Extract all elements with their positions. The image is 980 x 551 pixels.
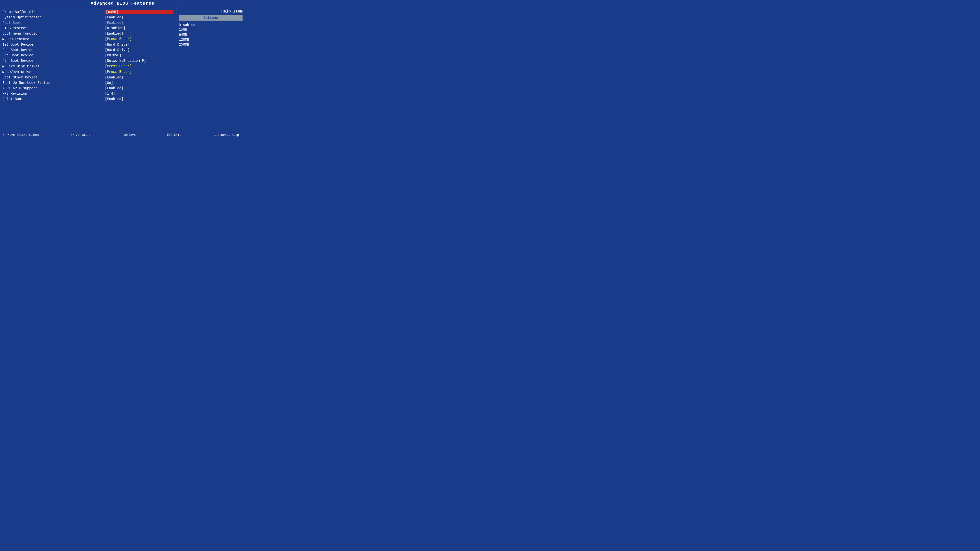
bios-row[interactable]: Boot menu function[Enabled] [2,31,173,36]
left-panel: Frame Buffer Size[64MB]System Optimizati… [0,7,177,132]
bottom-bar-item: ↑↓ Move Enter: Select [2,133,40,137]
bios-row[interactable]: Fast Boot[Enabled] [2,20,173,25]
bios-row[interactable]: MPS Revision[1.4] [2,91,173,96]
option-item[interactable]: Disabled [179,22,243,27]
row-value: [Enabled] [105,86,173,90]
row-label: 4th Boot Device [2,59,81,63]
row-value: [Enabled] [105,97,173,101]
bios-row[interactable]: Boot Up Num-Lock Status[On] [2,80,173,86]
row-label: 1st Boot Device [2,43,81,46]
bios-row[interactable]: 2nd Boot Device[Hard Drive] [2,47,173,53]
bios-row[interactable]: ▶ Hard Disk Drives[Press Enter] [2,64,173,69]
row-value: [64MB] [105,10,173,14]
option-item[interactable]: 128MB [179,37,243,42]
bios-row[interactable]: ▶ CPU Feature[Press Enter] [2,36,173,42]
row-label: Fast Boot [2,21,81,25]
row-value: [Enabled] [105,16,173,19]
bios-row[interactable]: 1st Boot Device[Hard Drive] [2,42,173,47]
options-list: Disabled32MB64MB128MB256MB [179,22,243,47]
row-label: Boot Up Num-Lock Status [2,81,81,85]
row-value: [1.4] [105,92,173,96]
row-label: ▶ Hard Disk Drives [2,64,81,68]
row-label: ACPI APIC support [2,86,81,90]
row-label: Frame Buffer Size [2,10,81,14]
main-content: Frame Buffer Size[64MB]System Optimizati… [0,7,245,132]
bios-row[interactable]: BIOS Protect[Disabled] [2,25,173,31]
row-value: [CD/DVD] [105,53,173,57]
bottom-bar-item: F10:Save [121,133,136,137]
page-title: Advanced BIOS Features [0,0,245,7]
row-label: BIOS Protect [2,26,81,30]
bios-row[interactable]: 3rd Boot Device[CD/DVD] [2,53,173,58]
option-item[interactable]: 256MB [179,42,243,47]
row-label: ▶ CD/DVD Drives [2,70,81,74]
bios-row[interactable]: 4th Boot Device[Network:Broadcom P] [2,58,173,64]
bios-screen: Advanced BIOS Features Frame Buffer Size… [0,0,245,138]
row-value: [Press Enter] [105,37,173,41]
row-label: System Optimization [2,16,81,19]
bottom-bar-item: F1:General Help [212,133,239,137]
row-value: [Enabled] [105,32,173,35]
row-label: 3rd Boot Device [2,53,81,57]
bios-row[interactable]: Quiet Boot[Enabled] [2,96,173,102]
bios-row[interactable]: ACPI APIC support[Enabled] [2,86,173,91]
row-label: Boot Other Device [2,75,81,80]
title-text: Advanced BIOS Features [91,1,154,6]
options-header: Options [179,15,243,21]
help-title: Help Item [179,9,243,15]
option-item[interactable]: 32MB [179,27,243,32]
option-item[interactable]: 64MB [179,32,243,37]
row-label: MPS Revision [2,92,81,96]
row-label: 2nd Boot Device [2,48,81,52]
row-value: [Enabled] [105,21,173,25]
bios-row[interactable]: ▶ CD/DVD Drives[Press Enter] [2,69,173,75]
row-value: [Press Enter] [105,64,173,68]
row-value: [Enabled] [105,75,173,80]
right-panel: Help Item Options Disabled32MB64MB128MB2… [177,7,245,132]
bottom-bar-item: +/-/: Value [71,133,90,137]
row-label: ▶ CPU Feature [2,37,81,41]
row-value: [Network:Broadcom P] [105,59,173,63]
row-value: [Disabled] [105,26,173,30]
row-value: [Hard Drive] [105,43,173,46]
bottom-bar-item: ESC:Exit [167,133,181,137]
bottom-bar: ↑↓ Move Enter: Select+/-/: ValueF10:Save… [0,132,245,138]
row-value: [Hard Drive] [105,48,173,52]
row-value: [Press Enter] [105,70,173,74]
bios-row[interactable]: Boot Other Device[Enabled] [2,75,173,80]
bios-row[interactable]: System Optimization[Enabled] [2,15,173,20]
row-label: Quiet Boot [2,97,81,101]
row-value: [On] [105,81,173,85]
bios-row[interactable]: Frame Buffer Size[64MB] [2,9,173,15]
row-label: Boot menu function [2,32,81,35]
